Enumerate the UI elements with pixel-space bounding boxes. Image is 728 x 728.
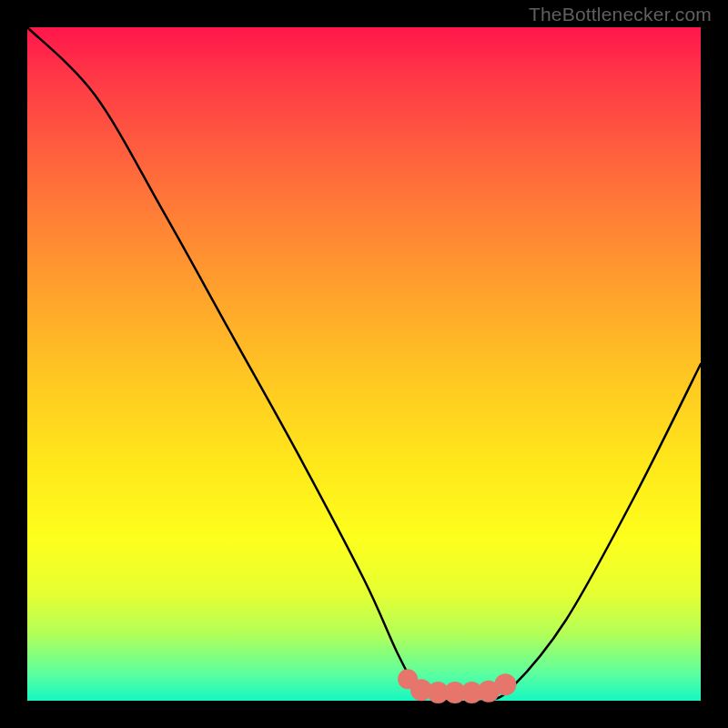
chart-plot-area [27,27,701,701]
optimal-end [494,673,516,695]
bottleneck-curve [27,27,701,703]
watermark-text: TheBottlenecker.com [529,4,712,25]
chart-svg [27,27,701,701]
